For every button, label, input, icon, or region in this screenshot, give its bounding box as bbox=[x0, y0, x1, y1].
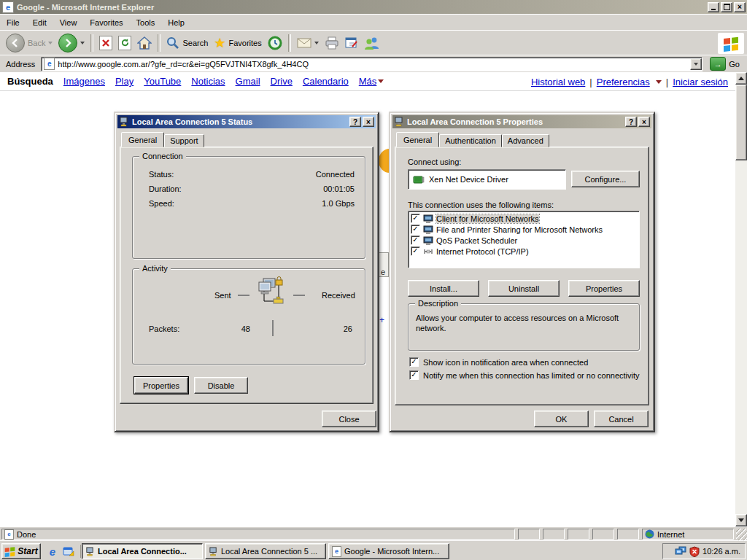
browser-titlebar[interactable]: e Google - Microsoft Internet Explorer × bbox=[0, 0, 747, 14]
back-dropdown-icon[interactable] bbox=[48, 42, 53, 44]
checkbox-checked[interactable]: ✓ bbox=[411, 214, 420, 223]
more-dropdown-icon[interactable] bbox=[378, 79, 384, 83]
tray-security-shield-icon[interactable] bbox=[689, 546, 700, 557]
status-done: Done bbox=[17, 530, 36, 539]
tab-general[interactable]: General bbox=[396, 132, 439, 147]
list-item[interactable]: ✓ Internet Protocol (TCP/IP) bbox=[409, 246, 639, 257]
menu-file[interactable]: File bbox=[0, 16, 26, 29]
status-panel bbox=[592, 529, 614, 540]
help-button[interactable]: ? bbox=[625, 117, 637, 127]
nav-imagenes[interactable]: Imágenes bbox=[63, 76, 105, 87]
item-label: File and Printer Sharing for Microsoft N… bbox=[436, 225, 603, 234]
show-icon-option[interactable]: ✓ Show icon in notification area when co… bbox=[409, 357, 588, 367]
network-activity-icon bbox=[254, 276, 287, 308]
address-label: Address bbox=[3, 60, 38, 69]
ok-button[interactable]: OK bbox=[534, 411, 589, 427]
scroll-down-button[interactable] bbox=[735, 514, 747, 526]
minimize-button[interactable] bbox=[708, 2, 719, 12]
history-button[interactable] bbox=[265, 34, 285, 52]
search-button[interactable]: Search bbox=[163, 35, 211, 51]
install-button[interactable]: Install... bbox=[408, 280, 479, 297]
tab-general[interactable]: General bbox=[121, 132, 164, 147]
print-button[interactable] bbox=[322, 35, 342, 51]
nav-preferencias[interactable]: Preferencias bbox=[597, 77, 650, 88]
checkbox-checked[interactable]: ✓ bbox=[411, 246, 420, 256]
menu-tools[interactable]: Tools bbox=[130, 16, 162, 29]
properties-button[interactable]: Properties bbox=[134, 377, 188, 394]
menu-help[interactable]: Help bbox=[161, 16, 191, 29]
tray-network-icon[interactable] bbox=[675, 546, 686, 556]
status-message-panel: e Done bbox=[1, 529, 515, 540]
menu-view[interactable]: View bbox=[53, 16, 84, 29]
scroll-up-button[interactable] bbox=[735, 72, 747, 85]
preferences-dropdown-icon[interactable] bbox=[656, 80, 662, 84]
messenger-button[interactable] bbox=[361, 35, 383, 51]
configure-button[interactable]: Configure... bbox=[571, 171, 640, 187]
tab-authentication[interactable]: Authentication bbox=[439, 134, 502, 147]
edit-button[interactable] bbox=[342, 36, 361, 50]
scroll-thumb[interactable] bbox=[735, 85, 747, 160]
file-printer-sharing-icon bbox=[423, 225, 433, 234]
tab-support[interactable]: Support bbox=[164, 134, 204, 147]
help-button[interactable]: ? bbox=[349, 117, 361, 127]
task-ie-google[interactable]: e Google - Microsoft Intern... bbox=[328, 543, 449, 559]
nav-play[interactable]: Play bbox=[115, 76, 133, 87]
task-status-dialog[interactable]: Local Area Connectio... bbox=[82, 543, 203, 559]
nav-gmail[interactable]: Gmail bbox=[236, 76, 260, 87]
nav-youtube[interactable]: YouTube bbox=[144, 76, 181, 87]
nav-calendario[interactable]: Calendario bbox=[303, 76, 349, 87]
list-item[interactable]: ✓ QoS Packet Scheduler bbox=[409, 235, 639, 246]
received-packets-value: 26 bbox=[344, 324, 352, 333]
nav-historial-web[interactable]: Historial web bbox=[531, 77, 585, 88]
protocol-properties-button[interactable]: Properties bbox=[568, 280, 640, 297]
status-dialog-titlebar[interactable]: Local Area Connection 5 Status ? × bbox=[117, 115, 376, 128]
items-listbox[interactable]: ✓ Client for Microsoft Networks ✓ File a… bbox=[408, 211, 640, 268]
resize-grip[interactable] bbox=[736, 529, 747, 540]
disable-button[interactable]: Disable bbox=[194, 377, 248, 394]
nav-drive[interactable]: Drive bbox=[271, 76, 293, 87]
address-dropdown-icon bbox=[694, 63, 698, 66]
list-item[interactable]: ✓ File and Printer Sharing for Microsoft… bbox=[409, 224, 639, 235]
menu-edit[interactable]: Edit bbox=[26, 16, 53, 29]
nav-iniciar-sesion[interactable]: Iniciar sesión bbox=[673, 77, 728, 88]
forward-button[interactable] bbox=[55, 32, 88, 54]
mail-button[interactable] bbox=[294, 36, 322, 50]
forward-dropdown-icon[interactable] bbox=[80, 42, 85, 44]
nav-mas[interactable]: Más bbox=[359, 76, 377, 87]
home-button[interactable] bbox=[134, 35, 155, 51]
stop-button[interactable] bbox=[96, 34, 115, 52]
start-button[interactable]: Start bbox=[1, 543, 41, 559]
toolbar-separator bbox=[90, 34, 93, 52]
notify-option[interactable]: ✓ Notify me when this connection has lim… bbox=[409, 370, 640, 380]
close-button[interactable]: × bbox=[638, 117, 650, 127]
properties-dialog-titlebar[interactable]: Local Area Connection 5 Properties ? × bbox=[392, 115, 651, 128]
address-input[interactable]: e http://www.google.com.ar/?gfe_rd=cr&ei… bbox=[41, 57, 703, 71]
refresh-button[interactable] bbox=[115, 34, 134, 52]
list-item[interactable]: ✓ Client for Microsoft Networks bbox=[409, 213, 639, 224]
checkbox-checked[interactable]: ✓ bbox=[411, 225, 420, 234]
quicklaunch-show-desktop-button[interactable] bbox=[61, 544, 76, 559]
address-dropdown-button[interactable] bbox=[690, 58, 702, 70]
checkbox-checked[interactable]: ✓ bbox=[409, 370, 419, 380]
page-scrollbar[interactable] bbox=[735, 72, 747, 526]
checkbox-checked[interactable]: ✓ bbox=[411, 236, 420, 245]
toolbar-separator bbox=[288, 34, 291, 52]
mail-dropdown-icon[interactable] bbox=[314, 42, 319, 44]
uninstall-button[interactable]: Uninstall bbox=[488, 280, 560, 297]
back-button[interactable]: Back bbox=[3, 32, 55, 54]
quicklaunch-ie-button[interactable]: e bbox=[45, 544, 60, 559]
favorites-button[interactable]: ★ Favorites bbox=[211, 35, 264, 51]
restore-button[interactable] bbox=[721, 2, 732, 12]
task-properties-dialog[interactable]: Local Area Connection 5 ... bbox=[205, 543, 326, 559]
tab-advanced[interactable]: Advanced bbox=[502, 134, 549, 147]
menu-favorites[interactable]: Favorites bbox=[83, 16, 129, 29]
browser-title: Google - Microsoft Internet Explorer bbox=[17, 3, 708, 12]
checkbox-checked[interactable]: ✓ bbox=[409, 357, 419, 367]
close-button[interactable]: × bbox=[734, 2, 746, 12]
close-button[interactable]: × bbox=[363, 117, 374, 127]
go-button[interactable]: → Go bbox=[705, 57, 744, 71]
tray-clock[interactable]: 10:26 a.m. bbox=[703, 547, 740, 556]
nav-noticias[interactable]: Noticias bbox=[191, 76, 225, 87]
close-dialog-button[interactable]: Close bbox=[322, 411, 376, 427]
cancel-button[interactable]: Cancel bbox=[594, 411, 649, 427]
